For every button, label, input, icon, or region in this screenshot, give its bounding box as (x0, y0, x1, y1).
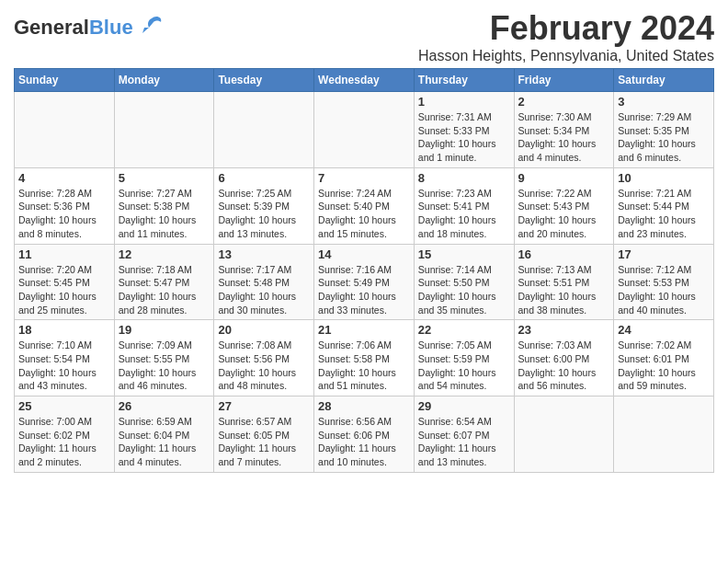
day-number: 26 (119, 399, 210, 413)
calendar-cell (114, 92, 214, 168)
calendar-cell: 2Sunrise: 7:30 AM Sunset: 5:34 PM Daylig… (514, 92, 614, 168)
day-info: Sunrise: 7:10 AM Sunset: 5:54 PM Dayligh… (18, 339, 110, 393)
day-number: 20 (218, 323, 310, 337)
calendar-cell (214, 92, 314, 168)
logo-blue: Blue (89, 16, 133, 39)
calendar-cell (15, 92, 115, 168)
day-number: 2 (518, 95, 610, 109)
week-row: 18Sunrise: 7:10 AM Sunset: 5:54 PM Dayli… (15, 320, 714, 396)
day-info: Sunrise: 7:21 AM Sunset: 5:44 PM Dayligh… (618, 187, 710, 241)
day-number: 16 (518, 247, 610, 261)
calendar-cell: 9Sunrise: 7:22 AM Sunset: 5:43 PM Daylig… (514, 167, 614, 244)
day-number: 1 (418, 95, 510, 109)
day-number: 3 (618, 95, 710, 109)
day-info: Sunrise: 7:29 AM Sunset: 5:35 PM Dayligh… (618, 110, 710, 165)
week-row: 11Sunrise: 7:20 AM Sunset: 5:45 PM Dayli… (15, 244, 714, 320)
day-number: 23 (518, 323, 610, 337)
calendar-cell: 13Sunrise: 7:17 AM Sunset: 5:48 PM Dayli… (214, 244, 314, 320)
day-number: 10 (618, 171, 710, 185)
day-header-friday: Friday (514, 69, 614, 92)
calendar-cell: 6Sunrise: 7:25 AM Sunset: 5:39 PM Daylig… (214, 167, 314, 244)
week-row: 25Sunrise: 7:00 AM Sunset: 6:02 PM Dayli… (15, 396, 714, 473)
logo-bird-icon (135, 15, 163, 37)
calendar-cell: 12Sunrise: 7:18 AM Sunset: 5:47 PM Dayli… (114, 244, 214, 320)
day-number: 7 (318, 171, 410, 185)
day-info: Sunrise: 7:27 AM Sunset: 5:38 PM Dayligh… (119, 187, 210, 241)
day-number: 14 (318, 247, 410, 261)
subtitle: Hasson Heights, Pennsylvania, United Sta… (418, 48, 714, 64)
day-info: Sunrise: 7:25 AM Sunset: 5:39 PM Dayligh… (218, 187, 310, 241)
calendar-cell (614, 396, 714, 473)
week-row: 1Sunrise: 7:31 AM Sunset: 5:33 PM Daylig… (15, 92, 714, 168)
day-info: Sunrise: 7:24 AM Sunset: 5:40 PM Dayligh… (318, 187, 410, 241)
calendar-cell: 11Sunrise: 7:20 AM Sunset: 5:45 PM Dayli… (15, 244, 115, 320)
calendar-cell: 25Sunrise: 7:00 AM Sunset: 6:02 PM Dayli… (15, 396, 115, 473)
day-info: Sunrise: 6:59 AM Sunset: 6:04 PM Dayligh… (119, 415, 210, 469)
calendar-body: 1Sunrise: 7:31 AM Sunset: 5:33 PM Daylig… (15, 92, 714, 473)
day-info: Sunrise: 7:30 AM Sunset: 5:34 PM Dayligh… (518, 110, 610, 165)
calendar-cell: 18Sunrise: 7:10 AM Sunset: 5:54 PM Dayli… (15, 320, 115, 396)
day-number: 29 (418, 399, 510, 413)
day-info: Sunrise: 7:23 AM Sunset: 5:41 PM Dayligh… (418, 187, 510, 241)
day-info: Sunrise: 6:56 AM Sunset: 6:06 PM Dayligh… (318, 415, 410, 469)
day-number: 21 (318, 323, 410, 337)
calendar-cell: 27Sunrise: 6:57 AM Sunset: 6:05 PM Dayli… (214, 396, 314, 473)
day-number: 6 (218, 171, 310, 185)
day-info: Sunrise: 7:12 AM Sunset: 5:53 PM Dayligh… (618, 263, 710, 317)
day-info: Sunrise: 6:57 AM Sunset: 6:05 PM Dayligh… (218, 415, 310, 469)
calendar-cell: 1Sunrise: 7:31 AM Sunset: 5:33 PM Daylig… (414, 92, 514, 168)
calendar-cell: 20Sunrise: 7:08 AM Sunset: 5:56 PM Dayli… (214, 320, 314, 396)
day-info: Sunrise: 6:54 AM Sunset: 6:07 PM Dayligh… (418, 415, 510, 469)
calendar-cell: 8Sunrise: 7:23 AM Sunset: 5:41 PM Daylig… (414, 167, 514, 244)
day-number: 5 (119, 171, 210, 185)
calendar-cell: 29Sunrise: 6:54 AM Sunset: 6:07 PM Dayli… (414, 396, 514, 473)
day-info: Sunrise: 7:06 AM Sunset: 5:58 PM Dayligh… (318, 339, 410, 393)
calendar-cell: 22Sunrise: 7:05 AM Sunset: 5:59 PM Dayli… (414, 320, 514, 396)
calendar-cell: 5Sunrise: 7:27 AM Sunset: 5:38 PM Daylig… (114, 167, 214, 244)
calendar-cell: 14Sunrise: 7:16 AM Sunset: 5:49 PM Dayli… (314, 244, 415, 320)
calendar-table: SundayMondayTuesdayWednesdayThursdayFrid… (14, 68, 714, 473)
logo: GeneralBlue (14, 17, 163, 39)
day-info: Sunrise: 7:31 AM Sunset: 5:33 PM Dayligh… (418, 110, 510, 165)
day-header-monday: Monday (114, 69, 214, 92)
day-number: 25 (18, 399, 110, 413)
calendar-header: SundayMondayTuesdayWednesdayThursdayFrid… (15, 69, 714, 92)
day-header-saturday: Saturday (614, 69, 714, 92)
day-number: 17 (618, 247, 710, 261)
days-of-week-row: SundayMondayTuesdayWednesdayThursdayFrid… (15, 69, 714, 92)
day-info: Sunrise: 7:13 AM Sunset: 5:51 PM Dayligh… (518, 263, 610, 317)
day-info: Sunrise: 7:09 AM Sunset: 5:55 PM Dayligh… (119, 339, 210, 393)
day-info: Sunrise: 7:16 AM Sunset: 5:49 PM Dayligh… (318, 263, 410, 317)
day-header-tuesday: Tuesday (214, 69, 314, 92)
day-info: Sunrise: 7:02 AM Sunset: 6:01 PM Dayligh… (618, 339, 710, 393)
day-info: Sunrise: 7:14 AM Sunset: 5:50 PM Dayligh… (418, 263, 510, 317)
day-info: Sunrise: 7:03 AM Sunset: 6:00 PM Dayligh… (518, 339, 610, 393)
calendar-cell (514, 396, 614, 473)
day-number: 9 (518, 171, 610, 185)
header: GeneralBlue February 2024 Hasson Heights… (14, 9, 714, 64)
calendar-cell: 10Sunrise: 7:21 AM Sunset: 5:44 PM Dayli… (614, 167, 714, 244)
day-number: 18 (18, 323, 110, 337)
calendar-cell: 3Sunrise: 7:29 AM Sunset: 5:35 PM Daylig… (614, 92, 714, 168)
calendar-cell: 23Sunrise: 7:03 AM Sunset: 6:00 PM Dayli… (514, 320, 614, 396)
day-info: Sunrise: 7:05 AM Sunset: 5:59 PM Dayligh… (418, 339, 510, 393)
calendar-cell (314, 92, 415, 168)
title-area: February 2024 Hasson Heights, Pennsylvan… (418, 9, 714, 64)
calendar-cell: 24Sunrise: 7:02 AM Sunset: 6:01 PM Dayli… (614, 320, 714, 396)
day-number: 24 (618, 323, 710, 337)
calendar-cell: 17Sunrise: 7:12 AM Sunset: 5:53 PM Dayli… (614, 244, 714, 320)
day-header-thursday: Thursday (414, 69, 514, 92)
calendar-cell: 15Sunrise: 7:14 AM Sunset: 5:50 PM Dayli… (414, 244, 514, 320)
calendar-cell: 19Sunrise: 7:09 AM Sunset: 5:55 PM Dayli… (114, 320, 214, 396)
calendar-cell: 26Sunrise: 6:59 AM Sunset: 6:04 PM Dayli… (114, 396, 214, 473)
day-header-sunday: Sunday (15, 69, 115, 92)
calendar-cell: 21Sunrise: 7:06 AM Sunset: 5:58 PM Dayli… (314, 320, 415, 396)
logo-general: General (14, 16, 89, 39)
day-info: Sunrise: 7:18 AM Sunset: 5:47 PM Dayligh… (119, 263, 210, 317)
day-info: Sunrise: 7:00 AM Sunset: 6:02 PM Dayligh… (18, 415, 110, 469)
calendar-cell: 16Sunrise: 7:13 AM Sunset: 5:51 PM Dayli… (514, 244, 614, 320)
day-number: 27 (218, 399, 310, 413)
calendar-cell: 4Sunrise: 7:28 AM Sunset: 5:36 PM Daylig… (15, 167, 115, 244)
day-number: 8 (418, 171, 510, 185)
day-info: Sunrise: 7:08 AM Sunset: 5:56 PM Dayligh… (218, 339, 310, 393)
